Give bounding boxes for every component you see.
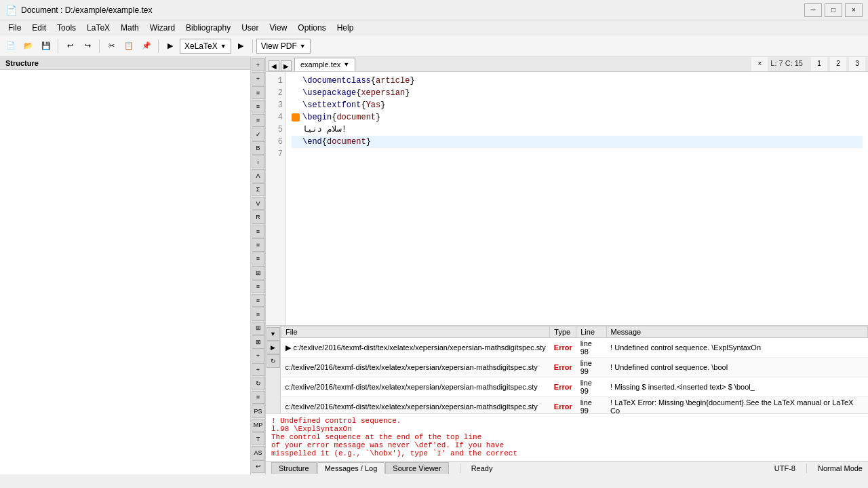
tab-prev-button[interactable]: ◀	[269, 60, 279, 71]
paste-button[interactable]: 📌	[138, 38, 155, 54]
rb-6[interactable]: ✓	[252, 128, 265, 140]
rb-2[interactable]: +	[252, 72, 265, 85]
rb-4[interactable]: ≡	[252, 100, 265, 113]
editor-line-3: \settextfont{Yas}	[292, 99, 863, 111]
rb-19[interactable]: ≡	[252, 307, 265, 320]
rb-24[interactable]: ↻	[252, 377, 265, 390]
status-separator-1	[460, 464, 460, 473]
line-content-7: \end{document}	[302, 136, 371, 148]
arrow-right-button[interactable]: ▶	[162, 38, 178, 54]
log-line: l.98 \ExplSyntaxOn	[271, 425, 863, 433]
menu-item-bibliography[interactable]: Bibliography	[180, 22, 236, 34]
menu-item-file[interactable]: File	[3, 22, 26, 34]
messages-left-buttons: ▼ ▶ ↻	[266, 326, 281, 413]
rb-25[interactable]: ≡	[252, 391, 265, 404]
bottom-tab-structure[interactable]: Structure	[271, 462, 317, 474]
tab-example-tex[interactable]: example.tex ▼	[294, 58, 355, 71]
rb-14[interactable]: ≡	[252, 238, 265, 251]
redo-button[interactable]: ↪	[79, 38, 96, 54]
table-row[interactable]: c:/texlive/2016/texmf-dist/tex/xelatex/x…	[281, 358, 868, 377]
menu-item-math[interactable]: Math	[115, 22, 144, 34]
rb-9[interactable]: Λ	[252, 169, 265, 182]
tab-bar-right: × L: 7 C: 15 1 2 3	[751, 57, 865, 71]
menu-item-wizard[interactable]: Wizard	[144, 22, 180, 34]
rb-21[interactable]: ⊠	[252, 335, 265, 348]
rb-12[interactable]: R	[252, 210, 265, 223]
col-type: Type	[550, 326, 576, 338]
rb-30[interactable]: ↩	[252, 460, 265, 473]
copy-button[interactable]: 📋	[121, 38, 137, 54]
cell-type: Error	[550, 338, 576, 358]
cell-type: Error	[550, 377, 576, 397]
menu-item-latex[interactable]: LaTeX	[81, 22, 115, 34]
rb-26[interactable]: PS	[252, 405, 265, 417]
rb-5[interactable]: ≡	[252, 114, 265, 127]
rb-1[interactable]: +	[252, 58, 265, 71]
title-bar: 📄 Document : D:/example/example.tex ─ □ …	[0, 0, 868, 20]
status-separator-2	[806, 464, 807, 473]
msg-btn-3[interactable]: ↻	[267, 354, 280, 368]
editor-content[interactable]: \documentclass{article}\usepackage{xeper…	[286, 72, 868, 325]
rb-28[interactable]: T	[252, 432, 265, 445]
menu-item-options[interactable]: Options	[292, 22, 331, 34]
bottom-tab-messages-log[interactable]: Messages / Log	[317, 462, 385, 474]
line-content-1: \documentclass{article}	[302, 75, 415, 87]
rb-11[interactable]: V	[252, 197, 265, 210]
menu-item-help[interactable]: Help	[332, 22, 359, 34]
layout-btn-3[interactable]: 3	[849, 57, 865, 71]
rb-7[interactable]: B	[252, 141, 265, 154]
maximize-button[interactable]: □	[825, 3, 842, 17]
rb-8[interactable]: i	[252, 155, 265, 168]
new-file-button[interactable]: 📄	[3, 38, 19, 54]
line-content-3: \settextfont{Yas}	[302, 99, 385, 111]
build-dropdown-arrow: ▼	[220, 43, 226, 50]
rb-29[interactable]: AS	[252, 446, 265, 459]
save-button[interactable]: 💾	[38, 38, 54, 54]
rb-13[interactable]: ≡	[252, 225, 265, 238]
table-row[interactable]: ▶c:/texlive/2016/texmf-dist/tex/xelatex/…	[281, 338, 868, 358]
table-row[interactable]: c:/texlive/2016/texmf-dist/tex/xelatex/x…	[281, 397, 868, 414]
cell-type: Error	[550, 358, 576, 377]
menu-item-edit[interactable]: Edit	[26, 22, 52, 34]
rb-23[interactable]: +	[252, 363, 265, 376]
cut-button[interactable]: ✂	[103, 38, 119, 54]
status-ready: Ready	[471, 464, 493, 472]
layout-btn-2[interactable]: 2	[830, 57, 846, 71]
minimize-button[interactable]: ─	[804, 3, 822, 17]
rb-18[interactable]: ≡	[252, 294, 265, 307]
cell-type: Error	[550, 397, 576, 414]
bottom-tab-source-viewer[interactable]: Source Viewer	[385, 462, 448, 474]
build-dropdown[interactable]: XeLaTeX ▼	[180, 39, 231, 54]
rb-3[interactable]: ≡	[252, 86, 265, 99]
rb-17[interactable]: ≡	[252, 280, 265, 293]
rb-22[interactable]: +	[252, 350, 265, 362]
menu-item-user[interactable]: User	[236, 22, 264, 34]
view-dropdown[interactable]: View PDF ▼	[256, 39, 311, 54]
toolbar-separator-2	[99, 39, 100, 53]
tab-close-button[interactable]: ▼	[343, 61, 349, 68]
layout-btn-1[interactable]: 1	[811, 57, 827, 71]
tab-close-x[interactable]: ×	[751, 57, 768, 71]
rb-16[interactable]: ⊞	[252, 266, 265, 279]
rb-27[interactable]: MP	[252, 419, 265, 432]
close-button[interactable]: ×	[845, 3, 863, 17]
build-arrow-button[interactable]: ▶	[233, 38, 249, 54]
log-line: misspelled it (e.g., `\hobx'), type `I' …	[271, 449, 863, 457]
msg-btn-1[interactable]: ▼	[267, 327, 280, 341]
tab-next-button[interactable]: ▶	[281, 60, 292, 71]
log-line: ! Undefined control sequence.	[271, 417, 863, 425]
rb-15[interactable]: ≡	[252, 252, 265, 265]
undo-button[interactable]: ↩	[62, 38, 78, 54]
table-row[interactable]: c:/texlive/2016/texmf-dist/tex/xelatex/x…	[281, 377, 868, 397]
status-encoding: UTF-8	[774, 464, 795, 472]
rb-20[interactable]: ⊞	[252, 322, 265, 335]
open-file-button[interactable]: 📂	[20, 38, 37, 54]
menu-item-tools[interactable]: Tools	[52, 22, 81, 34]
menu-item-view[interactable]: View	[264, 22, 293, 34]
rb-10[interactable]: Σ	[252, 183, 265, 196]
msg-btn-2[interactable]: ▶	[267, 341, 280, 354]
messages-body: ▶c:/texlive/2016/texmf-dist/tex/xelatex/…	[281, 338, 868, 414]
title-icon: 📄	[5, 5, 17, 16]
editor-line-6: سلام دنیا!	[292, 124, 863, 136]
messages-scroll-container: ▼ ▶ ↻ File Type Line Message	[266, 326, 868, 413]
